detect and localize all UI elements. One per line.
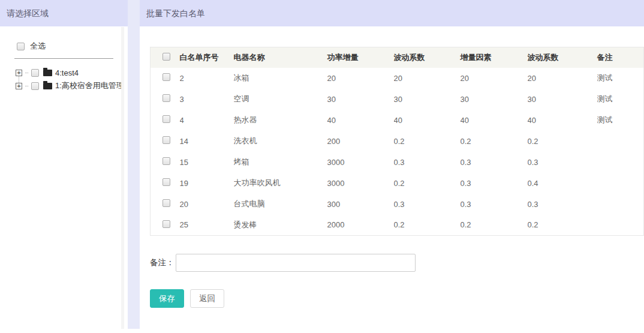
tree-dotted-link: [25, 73, 28, 73]
row-checkbox[interactable]: [162, 220, 170, 228]
cell-wave1: 0.3: [394, 152, 461, 173]
cell-power: 3000: [327, 173, 394, 194]
row-checkbox[interactable]: [162, 199, 170, 207]
tree-node-checkbox[interactable]: [31, 69, 39, 77]
tree-node-label[interactable]: 4:test4: [55, 68, 79, 77]
cell-remark: [597, 131, 644, 152]
column-header: 增量因素: [461, 47, 528, 68]
cell-inc: 0.2: [461, 215, 528, 236]
cell-power: 200: [327, 131, 394, 152]
cell-seq: 2: [180, 68, 234, 89]
cell-wave1: 40: [394, 110, 461, 131]
cell-remark: 测试: [597, 110, 644, 131]
cell-inc: 40: [461, 110, 528, 131]
cell-wave2: 0.2: [528, 131, 597, 152]
folder-icon: [43, 70, 52, 76]
select-all-rows-checkbox[interactable]: [162, 53, 170, 61]
cell-name: 热水器: [234, 110, 327, 131]
folder-icon: [43, 83, 52, 89]
whitelist-table: 白名单序号 电器名称 功率增量 波动系数 增量因素 波动系数 备注 2 冰箱: [150, 47, 644, 236]
row-checkbox[interactable]: [162, 178, 170, 186]
cell-inc: 0.3: [461, 152, 528, 173]
cell-inc: 0.3: [461, 173, 528, 194]
table-row: 20 台式电脑 300 0.3 0.3 0.3: [151, 194, 644, 215]
cell-name: 洗衣机: [234, 131, 327, 152]
cell-remark: [597, 173, 644, 194]
column-header: 备注: [597, 47, 644, 68]
cell-wave1: 0.2: [394, 173, 461, 194]
remark-row: 备注：: [150, 254, 644, 272]
cell-name: 冰箱: [234, 68, 327, 89]
row-checkbox[interactable]: [162, 157, 170, 165]
panel-content: 白名单序号 电器名称 功率增量 波动系数 增量因素 波动系数 备注 2 冰箱: [140, 26, 644, 308]
remark-label: 备注：: [150, 257, 174, 268]
cell-wave1: 20: [394, 68, 461, 89]
tree-item: + 1:高校宿舍用电管理: [16, 79, 128, 92]
cell-seq: 3: [180, 89, 234, 110]
select-all-label: 全选: [30, 41, 46, 52]
sidebar-divider: [14, 58, 113, 59]
cell-power: 2000: [327, 215, 394, 236]
tree-node-label[interactable]: 1:高校宿舍用电管理: [55, 80, 124, 91]
column-header: 电器名称: [234, 47, 327, 68]
cell-inc: 20: [461, 68, 528, 89]
page-title: 批量下发白名单: [140, 0, 644, 26]
save-button[interactable]: 保存: [150, 289, 184, 308]
cell-wave2: 0.3: [528, 152, 597, 173]
table-row: 2 冰箱 20 20 20 20 测试: [151, 68, 644, 89]
select-all-checkbox[interactable]: [17, 43, 25, 50]
cell-seq: 25: [180, 215, 234, 236]
select-all[interactable]: 全选: [0, 41, 128, 52]
cell-wave2: 30: [528, 89, 597, 110]
table-row: 3 空调 30 30 30 30 测试: [151, 89, 644, 110]
sidebar-scrollbar[interactable]: [121, 27, 124, 329]
cell-power: 3000: [327, 152, 394, 173]
cell-power: 20: [327, 68, 394, 89]
cell-inc: 0.3: [461, 194, 528, 215]
cell-name: 烫发棒: [234, 215, 327, 236]
cell-seq: 4: [180, 110, 234, 131]
table-row: 14 洗衣机 200 0.2 0.2 0.2: [151, 131, 644, 152]
cell-name: 烤箱: [234, 152, 327, 173]
cell-name: 大功率吹风机: [234, 173, 327, 194]
panel-gap: [128, 0, 140, 329]
cell-wave1: 0.2: [394, 131, 461, 152]
cell-wave1: 0.3: [394, 194, 461, 215]
row-checkbox[interactable]: [162, 73, 170, 81]
cell-remark: [597, 215, 644, 236]
column-header: 白名单序号: [180, 47, 234, 68]
cell-remark: [597, 194, 644, 215]
expand-plus-icon[interactable]: +: [16, 70, 22, 76]
row-checkbox[interactable]: [162, 136, 170, 144]
region-sidebar: 请选择区域 全选 + 4:test4 +: [0, 0, 128, 333]
cell-inc: 0.2: [461, 131, 528, 152]
cell-wave2: 20: [528, 68, 597, 89]
cell-seq: 14: [180, 131, 234, 152]
cell-power: 300: [327, 194, 394, 215]
cell-name: 台式电脑: [234, 194, 327, 215]
tree-node-checkbox[interactable]: [31, 82, 39, 90]
cell-inc: 30: [461, 89, 528, 110]
cell-power: 30: [327, 89, 394, 110]
tree-item: + 4:test4: [16, 66, 128, 79]
back-button[interactable]: 返回: [190, 289, 224, 308]
table-row: 4 热水器 40 40 40 40 测试: [151, 110, 644, 131]
cell-wave2: 0.4: [528, 173, 597, 194]
row-checkbox[interactable]: [162, 115, 170, 123]
cell-seq: 20: [180, 194, 234, 215]
sidebar-body: 全选 + 4:test4 + 1:高校宿舍用电管理: [0, 26, 128, 92]
cell-seq: 15: [180, 152, 234, 173]
remark-input[interactable]: [176, 254, 416, 272]
cell-remark: 测试: [597, 68, 644, 89]
cell-wave2: 40: [528, 110, 597, 131]
table-row: 25 烫发棒 2000 0.2 0.2 0.2: [151, 215, 644, 236]
column-header: 波动系数: [528, 47, 597, 68]
tree-dotted-link: [25, 86, 28, 86]
row-checkbox[interactable]: [162, 94, 170, 102]
cell-wave2: 0.3: [528, 194, 597, 215]
button-row: 保存 返回: [150, 289, 644, 308]
cell-remark: [597, 152, 644, 173]
expand-plus-icon[interactable]: +: [16, 83, 22, 89]
page: 请选择区域 全选 + 4:test4 +: [0, 0, 644, 333]
whitelist-panel: 批量下发白名单 白名单序号 电器名称 功率增量 波动系数 增量因素: [140, 0, 644, 333]
